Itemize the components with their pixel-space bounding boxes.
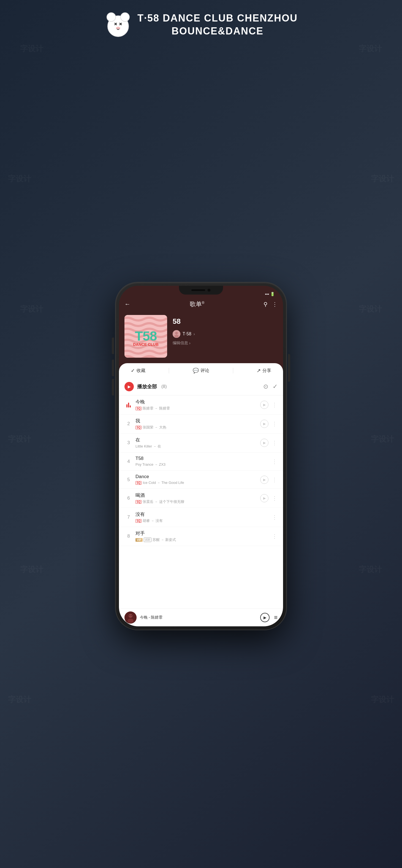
- player-play-button[interactable]: ▶: [260, 613, 270, 622]
- collect-icon: ✓: [131, 368, 135, 374]
- svg-point-16: [128, 619, 134, 623]
- song-more-button[interactable]: ⋮: [272, 402, 277, 408]
- song-play-button[interactable]: ▶: [260, 401, 268, 409]
- status-icons: ▪▪▪ 🔋: [265, 292, 275, 296]
- song-artist: SQ 张震岳 － 这个下午很无聊: [135, 499, 258, 504]
- watermark: 字设计: [359, 564, 382, 575]
- song-more-button[interactable]: ⋮: [272, 514, 277, 521]
- song-play-button[interactable]: ▶: [260, 439, 268, 447]
- player-thumb-img: [125, 612, 137, 624]
- search-icon[interactable]: ⚲: [264, 301, 268, 308]
- speaker: [191, 289, 205, 291]
- svg-point-2: [121, 13, 129, 22]
- svg-point-18: [131, 615, 132, 616]
- tab-comment[interactable]: 💬 评论: [193, 368, 209, 374]
- camera: [207, 288, 211, 292]
- sq-badge: SQ: [135, 500, 141, 504]
- song-item[interactable]: 6 喝酒 SQ 张震岳 － 这个下午很无聊 ▶ ⋮: [119, 489, 283, 508]
- svg-point-1: [107, 13, 115, 22]
- song-actions: ▶ ⋮: [260, 494, 277, 502]
- watermark: 字设计: [371, 694, 394, 705]
- song-title: Dance: [135, 474, 258, 479]
- watermark: 字设计: [8, 694, 31, 705]
- watermark: 字设计: [371, 434, 394, 444]
- song-artist: SQ 张国荣 － 大热: [135, 425, 258, 430]
- back-arrow-icon: ←: [125, 301, 131, 308]
- song-artist: Psy Trance － ZX3: [135, 462, 269, 467]
- song-number-active: [125, 402, 133, 407]
- song-item[interactable]: 3 在 Little Killer － 在 ▶ ⋮: [119, 433, 283, 453]
- svg-point-13: [174, 335, 179, 338]
- song-actions: ▶ ⋮: [260, 439, 277, 447]
- song-actions: ⋮: [272, 458, 277, 465]
- song-info: 喝酒 SQ 张震岳 － 这个下午很无聊: [133, 492, 260, 504]
- song-more-button[interactable]: ⋮: [272, 495, 277, 501]
- song-more-button[interactable]: ⋮: [272, 533, 277, 539]
- song-play-button[interactable]: ▶: [260, 494, 268, 502]
- header-title: T·58 DANCE CLUB CHENZHOU BOUNCE&DANCE: [137, 12, 298, 38]
- song-more-button[interactable]: ⋮: [272, 476, 277, 483]
- comment-icon: 💬: [193, 368, 199, 374]
- sq-badge: SQ: [135, 481, 141, 485]
- song-item[interactable]: 今晚 SQ 陈婧霏 － 陈婧霏 ▶ ⋮: [119, 396, 283, 414]
- song-item[interactable]: 8 对手 VIP 试听 苏醒 － 新姿式 ⋮: [119, 527, 283, 546]
- song-item[interactable]: 5 Dance SQ Ice Cold － The Good Life ▶ ⋮: [119, 471, 283, 489]
- song-actions: ⋮: [272, 533, 277, 539]
- edit-info-button[interactable]: 编辑信息 ›: [173, 341, 277, 345]
- song-artist: SQ Ice Cold － The Good Life: [135, 480, 258, 485]
- song-item[interactable]: 4 T58 Psy Trance － ZX3 ⋮: [119, 453, 283, 471]
- watermark: 字设计: [20, 564, 43, 575]
- song-info: 在 Little Killer － 在: [133, 437, 260, 449]
- song-number: 6: [125, 495, 133, 501]
- play-all-left: ▶ 播放全部 (8): [125, 382, 167, 391]
- song-item[interactable]: 7 没有 SQ 胡睿 － 没有 ⋮: [119, 508, 283, 527]
- play-all-label: 播放全部: [137, 383, 157, 390]
- song-play-button[interactable]: ▶: [260, 475, 268, 484]
- watermark: 字设计: [359, 304, 382, 314]
- album-art: T58 DANCE CLUB: [125, 315, 167, 358]
- sq-badge: SQ: [135, 519, 141, 523]
- artist-arrow-icon: ›: [194, 332, 195, 336]
- sq-badge: SQ: [135, 426, 141, 429]
- song-title: 对手: [135, 530, 269, 536]
- song-more-button[interactable]: ⋮: [272, 458, 277, 465]
- header-logo-row: T·58 DANCE CLUB CHENZHOU BOUNCE&DANCE: [104, 11, 298, 38]
- phone-outer: ▪▪▪ 🔋 ← 歌单® ⚲ ⋮: [115, 282, 287, 630]
- more-icon[interactable]: ⋮: [272, 301, 277, 308]
- back-button[interactable]: ←: [125, 301, 131, 308]
- song-more-button[interactable]: ⋮: [272, 439, 277, 446]
- vip-badge: VIP: [135, 538, 143, 542]
- player-song-info: 今晚 - 陈婧霏: [140, 615, 260, 620]
- song-item[interactable]: 2 我 SQ 张国荣 － 大热 ▶ ⋮: [119, 414, 283, 433]
- album-section: T58 DANCE CLUB 58: [119, 311, 283, 363]
- song-actions: ▶ ⋮: [260, 401, 277, 409]
- artist-avatar: [173, 330, 180, 338]
- song-play-button[interactable]: ▶: [260, 420, 268, 428]
- download-icon[interactable]: ⊙: [263, 383, 268, 390]
- tab-share[interactable]: ↗ 分享: [257, 368, 271, 374]
- tab-collect[interactable]: ✓ 收藏: [131, 368, 145, 374]
- artist-row[interactable]: T·58 ›: [173, 330, 277, 338]
- tab-divider-2: [233, 368, 233, 373]
- svg-point-7: [116, 27, 120, 30]
- song-info: T58 Psy Trance － ZX3: [133, 456, 272, 467]
- song-number: 2: [125, 421, 133, 427]
- share-icon: ↗: [257, 368, 261, 374]
- song-more-button[interactable]: ⋮: [272, 421, 277, 427]
- tab-divider: [169, 368, 169, 373]
- player-playlist-button[interactable]: ≡: [274, 614, 277, 621]
- top-navigation: ← 歌单® ⚲ ⋮: [119, 298, 283, 311]
- watermark: 字设计: [20, 304, 43, 314]
- phone-screen: ▪▪▪ 🔋 ← 歌单® ⚲ ⋮: [119, 286, 283, 626]
- watermark: 字设计: [8, 174, 31, 184]
- sq-badge: SQ: [135, 407, 141, 410]
- watermark: 字设计: [371, 174, 394, 184]
- play-all-button[interactable]: ▶: [125, 382, 134, 391]
- song-info: 没有 SQ 胡睿 － 没有: [133, 511, 272, 523]
- action-tabs: ✓ 收藏 💬 评论 ↗ 分享: [119, 363, 283, 378]
- song-info: 对手 VIP 试听 苏醒 － 新姿式: [133, 530, 272, 542]
- song-number: 3: [125, 440, 133, 445]
- play-icon: ▶: [128, 384, 131, 389]
- select-all-icon[interactable]: ✓: [273, 383, 277, 390]
- svg-point-17: [129, 615, 130, 616]
